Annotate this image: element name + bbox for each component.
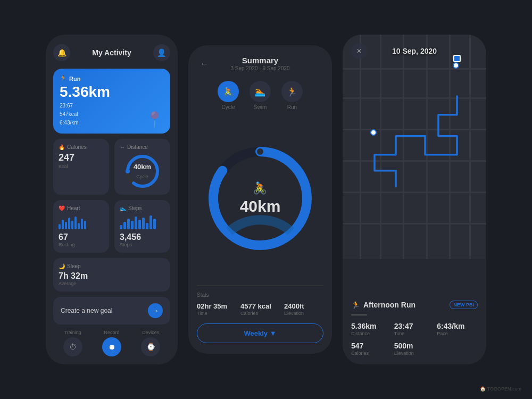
distance-value: 40km bbox=[134, 162, 151, 170]
stat-cal-value: 4577 kcal bbox=[240, 302, 280, 310]
run-distance: 5.36km bbox=[60, 84, 164, 101]
goal-btn-label: Create a new goal bbox=[61, 307, 112, 314]
run-block[interactable]: 🏃 Run 5.36km 23:67 547kcal 6:43/km 📍 bbox=[53, 69, 170, 134]
info-stat-time: 23:47 Time bbox=[394, 322, 435, 336]
donut-center: 🚴 40km bbox=[240, 181, 281, 215]
map-close-button[interactable]: ✕ bbox=[351, 43, 367, 59]
info-stat-elevation: 500m Elevation bbox=[394, 342, 435, 356]
distance-lbl: Distance bbox=[351, 331, 392, 336]
card2-title: Summary bbox=[212, 56, 309, 65]
tab-run[interactable]: 🏃 Run bbox=[281, 81, 303, 110]
distance-type: Cycle bbox=[136, 173, 148, 179]
heart-bars bbox=[59, 214, 104, 229]
time-lbl: Time bbox=[394, 331, 435, 336]
card1-title: My Activity bbox=[92, 48, 131, 57]
weekly-btn-label: Weekly ▼ bbox=[244, 329, 276, 337]
cycle-tab-icon: 🚴 bbox=[218, 81, 239, 102]
create-goal-button[interactable]: Create a new goal → bbox=[53, 297, 170, 325]
nav-devices[interactable]: Devices ⌚ bbox=[141, 330, 160, 356]
info-stat-calories: 547 Calories bbox=[351, 342, 392, 356]
weekly-button[interactable]: Weekly ▼ bbox=[197, 323, 323, 343]
sleep-card: 🌙 Sleep 7h 32m Average bbox=[53, 258, 170, 292]
swim-tab-icon: 🏊 bbox=[250, 81, 271, 102]
heart-value: 67 bbox=[59, 232, 104, 242]
stat-elevation: 2400ft Elevation bbox=[284, 302, 323, 316]
card2-header: ← Summary 3 Sep 2020 - 9 Sep 2020 bbox=[197, 56, 323, 71]
training-icon-btn[interactable]: ⏱ bbox=[63, 337, 82, 356]
steps-bars bbox=[120, 214, 165, 229]
svg-point-5 bbox=[256, 148, 264, 155]
calories-value: 247 bbox=[59, 152, 104, 163]
route-start-dot bbox=[453, 62, 459, 69]
info-stat-distance: 5.36km Distance bbox=[351, 322, 392, 336]
swim-tab-label: Swim bbox=[254, 104, 267, 110]
calories-val: 547 bbox=[351, 342, 392, 350]
sleep-sub: Average bbox=[59, 281, 165, 286]
heart-card: ❤️ Heart 67 Resting bbox=[53, 200, 109, 253]
run-tab-icon: 🏃 bbox=[281, 81, 303, 102]
run-icon-decoration: 📍 bbox=[145, 111, 164, 128]
back-button[interactable]: ← bbox=[197, 56, 212, 71]
stat-time-value: 02hr 35m bbox=[197, 302, 236, 310]
run-title: 🏃 Afternoon Run bbox=[351, 301, 415, 309]
tab-cycle[interactable]: 🚴 Cycle bbox=[218, 81, 239, 110]
info-stats-grid: 5.36km Distance 23:47 Time 6:43/km Pace … bbox=[351, 322, 478, 356]
steps-value: 3,456 bbox=[120, 232, 165, 242]
stat-cal-label: Calories bbox=[240, 311, 280, 316]
svg-point-2 bbox=[126, 169, 130, 173]
run-label: 🏃 Run bbox=[60, 75, 164, 82]
distance-val: 5.36km bbox=[351, 322, 392, 330]
stat-elev-value: 2400ft bbox=[284, 302, 323, 310]
route-path bbox=[343, 35, 486, 259]
user-button[interactable]: 👤 bbox=[153, 44, 170, 61]
calories-unit: Kcal bbox=[59, 164, 104, 169]
pace-val: 6:43/km bbox=[437, 322, 478, 330]
steps-sub: Steps bbox=[120, 242, 165, 247]
bell-button[interactable]: 🔔 bbox=[53, 44, 70, 61]
heart-sub: Resting bbox=[59, 242, 104, 247]
time-val: 23:47 bbox=[394, 322, 435, 330]
stat-time-label: Time bbox=[197, 311, 236, 316]
run-title-icon: 🏃 bbox=[351, 301, 360, 309]
steps-card: 👟 Steps 3,456 Steps bbox=[114, 200, 170, 253]
activity-card: 🔔 My Activity 👤 🏃 Run 5.36km 23:67 547kc… bbox=[46, 35, 178, 364]
stat-calories: 4577 kcal Calories bbox=[240, 302, 280, 316]
cycle-tab-label: Cycle bbox=[221, 104, 235, 110]
info-title-row: 🏃 Afternoon Run NEW PBI bbox=[351, 301, 478, 309]
steps-label: 👟 Steps bbox=[120, 205, 165, 211]
elevation-lbl: Elevation bbox=[394, 351, 435, 356]
bottom-nav: Training ⏱ Record ⏺ Devices ⌚ bbox=[53, 330, 170, 356]
run-tab-label: Run bbox=[287, 104, 297, 110]
bike-icon: 🚴 bbox=[240, 181, 281, 195]
devices-icon-btn[interactable]: ⌚ bbox=[141, 337, 160, 356]
distance-card: ↔ Distance 40km Cycle bbox=[114, 139, 170, 195]
nav-training[interactable]: Training ⏱ bbox=[63, 330, 82, 356]
card2-date-range: 3 Sep 2020 - 9 Sep 2020 bbox=[212, 65, 309, 71]
info-stat-pace: 6:43/km Pace bbox=[437, 322, 478, 336]
donut-value: 40km bbox=[240, 197, 281, 215]
distance-circle: 40km Cycle bbox=[120, 153, 165, 189]
card1-header: 🔔 My Activity 👤 bbox=[53, 44, 170, 61]
heart-label: ❤️ Heart bbox=[59, 205, 104, 211]
map-card: ✕ 10 Sep, 2020 🏃 Afternoon Run NEW PBI 5… bbox=[343, 35, 486, 364]
tab-swim[interactable]: 🏊 Swim bbox=[250, 81, 271, 110]
sleep-label: 🌙 Sleep bbox=[59, 263, 165, 269]
elevation-val: 500m bbox=[394, 342, 435, 350]
calories-card: 🔥 Calories 247 Kcal bbox=[53, 139, 109, 195]
stats-section: Stats 02hr 35m Time 4577 kcal Calories 2… bbox=[197, 285, 323, 316]
activity-tabs: 🚴 Cycle 🏊 Swim 🏃 Run bbox=[197, 81, 323, 110]
record-icon-btn[interactable]: ⏺ bbox=[102, 337, 121, 356]
nav-record[interactable]: Record ⏺ bbox=[102, 330, 121, 356]
donut-chart: 🚴 40km bbox=[197, 119, 323, 278]
calories-label: 🔥 Calories bbox=[59, 144, 104, 150]
map-background bbox=[343, 35, 486, 259]
goal-arrow-icon: → bbox=[148, 303, 163, 318]
distance-label: ↔ Distance bbox=[120, 144, 165, 150]
map-header: ✕ 10 Sep, 2020 bbox=[343, 35, 486, 59]
stat-time: 02hr 35m Time bbox=[197, 302, 236, 316]
stats-row: 02hr 35m Time 4577 kcal Calories 2400ft … bbox=[197, 302, 323, 316]
pace-lbl: Pace bbox=[437, 331, 478, 336]
stat-elev-label: Elevation bbox=[284, 311, 323, 316]
route-mid-dot bbox=[370, 129, 377, 136]
stats-label: Stats bbox=[197, 292, 323, 298]
